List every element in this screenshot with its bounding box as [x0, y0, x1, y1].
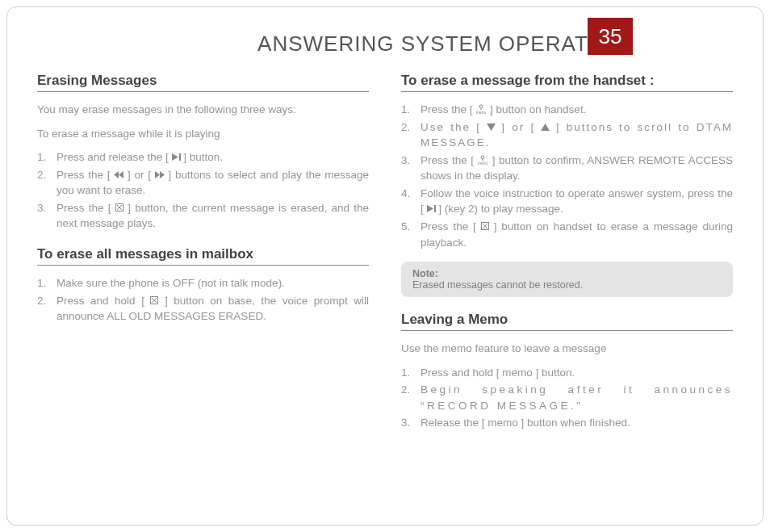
delete-icon	[150, 296, 158, 304]
intro-text: To erase a message while it is playing	[37, 126, 369, 142]
list-item: Press the [ menu ] button to confirm, AN…	[401, 153, 733, 184]
svg-marker-0	[172, 153, 178, 161]
heading-erasing-messages: Erasing Messages	[37, 73, 369, 92]
note-label: Note:	[412, 268, 722, 279]
right-column: To erase a message from the handset : Pr…	[401, 73, 733, 516]
svg-text:menu: menu	[478, 161, 488, 165]
delete-icon	[115, 203, 123, 212]
list-item: Use the [ ] or [ ] buttons to scroll to …	[401, 119, 733, 151]
menu-icon: menu	[475, 104, 487, 114]
list-item: Make sure the phone is OFF (not in talk …	[37, 275, 369, 291]
svg-marker-15	[487, 124, 496, 131]
forward-icon	[155, 171, 165, 178]
play-icon	[172, 153, 181, 161]
rewind-icon	[114, 171, 123, 178]
step-text: Press the [	[56, 169, 114, 181]
note-box: Note: Erased messages cannot be restored…	[401, 262, 733, 297]
step-text: Press the [	[56, 202, 115, 214]
step-text: ] button on handset.	[487, 103, 586, 115]
step-text: ] or [	[496, 121, 541, 133]
step-text: Press the [	[421, 154, 477, 166]
svg-rect-1	[179, 153, 181, 161]
list-item: Press the [ ] button on handset to erase…	[401, 219, 733, 250]
intro-text: Use the memo feature to leave a message	[401, 341, 733, 357]
page-number: 35	[588, 18, 633, 55]
svg-marker-16	[541, 124, 550, 131]
list-item: Follow the voice instruction to operate …	[401, 186, 733, 217]
svg-marker-5	[160, 171, 165, 178]
heading-erase-all: To erase all messages in mailbox	[37, 246, 369, 266]
heading-leaving-memo: Leaving a Memo	[401, 312, 733, 331]
step-text: Press and release the [	[56, 151, 172, 163]
steps-list: Press and hold [ memo ] button. Begin sp…	[401, 365, 733, 431]
header-right: 35	[0, 24, 770, 57]
svg-marker-2	[114, 171, 119, 178]
list-item: Press the [ ] or [ ] buttons to select a…	[37, 167, 369, 199]
intro-text: You may erase messages in the following …	[37, 102, 369, 118]
svg-marker-4	[155, 171, 160, 178]
list-item: Press the [ menu ] button on handset.	[401, 102, 733, 118]
left-column: Erasing Messages You may erase messages …	[37, 73, 369, 516]
down-arrow-icon	[487, 124, 496, 131]
step-text: Begin speaking after it announces “RECOR…	[421, 383, 733, 412]
up-arrow-icon	[541, 124, 550, 131]
content-area: Erasing Messages You may erase messages …	[37, 73, 733, 516]
list-item: Release the [ memo ] button when finishe…	[401, 415, 733, 431]
play-icon	[427, 205, 436, 212]
list-item: Press and release the [ ] button.	[37, 149, 369, 165]
step-text: Press and hold [	[56, 295, 150, 307]
delete-icon	[481, 222, 489, 230]
svg-marker-3	[119, 171, 123, 178]
svg-point-12	[479, 105, 483, 108]
list-item: Press the [ ] button, the current messag…	[37, 200, 369, 232]
list-item: Press and hold [ ] button on base, the v…	[37, 293, 369, 325]
list-item: Press and hold [ memo ] button.	[401, 365, 733, 381]
steps-list: Press the [ menu ] button on handset. Us…	[401, 102, 733, 250]
step-text: ] button.	[181, 151, 224, 163]
svg-marker-20	[427, 205, 433, 212]
step-text: ] or [	[123, 169, 154, 181]
list-item: Begin speaking after it announces “RECOR…	[401, 382, 733, 413]
steps-list: Make sure the phone is OFF (not in talk …	[37, 275, 369, 325]
menu-icon: menu	[477, 155, 488, 165]
svg-text:menu: menu	[476, 110, 487, 114]
step-text: Press the [	[421, 220, 481, 232]
step-text: Press the [	[421, 103, 475, 115]
step-text: Use the [	[421, 121, 487, 133]
svg-rect-21	[434, 205, 436, 212]
heading-erase-handset: To erase a message from the handset :	[401, 73, 733, 92]
svg-point-17	[481, 156, 484, 159]
note-text: Erased messages cannot be restored.	[412, 279, 722, 291]
step-text: ] (key 2) to play message.	[436, 203, 563, 215]
steps-list: Press and release the [ ] button. Press …	[37, 149, 369, 232]
